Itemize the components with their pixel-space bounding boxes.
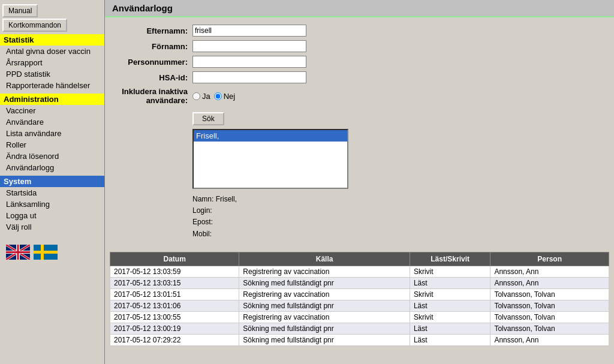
cell-kalla: Sökning med fullständigt pnr [239,300,410,311]
sidebar: Manual Kortkommandon Statistik Antal giv… [0,0,105,364]
nej-text: Nej [224,92,236,101]
sidebar-item-user-log[interactable]: Användarlogg [0,162,104,173]
col-person: Person [490,252,609,266]
cell-last-skrivit: Skrivit [410,288,490,300]
cell-kalla: Registrering av vaccination [239,311,410,323]
cell-person: Annsson, Ann [490,277,609,288]
sidebar-item-reported-events[interactable]: Rapporterade händelser [0,80,104,91]
sidebar-item-ppd[interactable]: PPD statistik [0,68,104,80]
sidebar-item-annual-report[interactable]: Årsrapport [0,57,104,68]
results-list[interactable]: Frisell, [192,129,348,189]
user-login-line: Login: [192,205,604,216]
last-name-input[interactable] [192,25,306,37]
user-info: Namn: Frisell, Login: Epost: Mobil: [192,194,604,240]
cell-person: Tolvansson, Tolvan [490,311,609,323]
personal-number-row: Personnummer: [115,56,604,68]
user-mobile-label: Mobil: [192,230,212,238]
ja-text: Ja [202,92,210,101]
personal-number-label: Personnummer: [115,58,192,67]
hsa-id-row: HSA-id: [115,71,604,83]
table-row: 2017-05-12 13:00:55 Registrering av vacc… [110,311,609,323]
table-row: 2017-05-12 13:00:19 Sökning med fullstän… [110,323,609,334]
cell-kalla: Registrering av vaccination [239,288,410,300]
cell-person: Tolvansson, Tolvan [490,300,609,311]
svg-rect-10 [34,251,58,254]
svg-rect-8 [17,245,19,260]
form-area: Efternamn: Förnamn: Personnummer: HSA-id… [105,17,614,247]
administration-section-label: Administration [0,94,104,105]
cell-person: Annsson, Ann [490,266,609,277]
table-row: 2017-05-12 07:29:22 Sökning med fullstän… [110,334,609,345]
main-content: Användarlogg Efternamn: Förnamn: Personn… [105,0,614,364]
cell-kalla: Registrering av vaccination [239,266,410,277]
personal-number-input[interactable] [192,56,306,68]
hsa-id-input[interactable] [192,71,306,83]
nej-radio[interactable] [214,92,222,100]
flag-uk[interactable] [6,245,30,261]
first-name-label: Förnamn: [115,42,192,51]
cell-datum: 2017-05-12 13:00:55 [110,311,239,323]
cell-person: Tolvansson, Tolvan [490,323,609,334]
user-name-label: Namn: [192,195,213,203]
inactive-radio-group: Ja Nej [192,92,235,101]
cell-datum: 2017-05-12 13:03:59 [110,266,239,277]
user-email-label: Epost: [192,218,213,226]
col-datum: Datum [110,252,239,266]
last-name-label: Efternamn: [115,26,192,35]
cell-kalla: Sökning med fullständigt pnr [239,334,410,345]
hsa-id-label: HSA-id: [115,73,192,82]
cell-datum: 2017-05-12 13:00:19 [110,323,239,334]
svg-rect-11 [41,245,44,260]
cell-last-skrivit: Skrivit [410,311,490,323]
sidebar-item-users[interactable]: Användare [0,116,104,128]
shortcuts-button[interactable]: Kortkommandon [2,19,67,32]
first-name-input[interactable] [192,40,306,52]
flag-sweden[interactable] [34,245,58,261]
ja-radio[interactable] [192,92,200,100]
cell-kalla: Sökning med fullständigt pnr [239,323,410,334]
sidebar-item-choose-role[interactable]: Välj roll [0,221,104,233]
user-name-line: Namn: Frisell, [192,194,604,205]
page-title: Användarlogg [112,3,607,13]
col-kalla: Källa [239,252,410,266]
sidebar-item-change-password[interactable]: Ändra lösenord [0,151,104,162]
search-button[interactable]: Sök [192,112,224,125]
user-email-line: Epost: [192,216,604,228]
sidebar-item-logout[interactable]: Logga ut [0,210,104,221]
table-row: 2017-05-12 13:01:51 Registrering av vacc… [110,288,609,300]
cell-datum: 2017-05-12 07:29:22 [110,334,239,345]
user-login-label: Login: [192,206,212,215]
col-last-skrivit: Läst/Skrivit [410,252,490,266]
cell-datum: 2017-05-12 13:03:15 [110,277,239,288]
inactive-row: Inkludera inaktiva användare: Ja Nej [115,87,604,105]
cell-datum: 2017-05-12 13:01:06 [110,300,239,311]
cell-person: Annsson, Ann [490,334,609,345]
table-row: 2017-05-12 13:03:15 Sökning med fullstän… [110,277,609,288]
sidebar-item-vaccines[interactable]: Vacciner [0,105,104,116]
sidebar-item-roles[interactable]: Roller [0,139,104,151]
first-name-row: Förnamn: [115,40,604,52]
statistik-section-label: Statistik [0,34,104,46]
system-section-label: System [0,176,104,187]
sidebar-item-list-users[interactable]: Lista användare [0,128,104,139]
table-row: 2017-05-12 13:01:06 Sökning med fullstän… [110,300,609,311]
log-table: Datum Källa Läst/Skrivit Person 2017-05-… [110,252,609,346]
cell-last-skrivit: Läst [410,300,490,311]
cell-kalla: Sökning med fullständigt pnr [239,277,410,288]
sidebar-item-start[interactable]: Startsida [0,187,104,198]
page-header: Användarlogg [105,0,614,17]
last-name-row: Efternamn: [115,25,604,37]
nej-radio-label[interactable]: Nej [214,92,236,101]
cell-last-skrivit: Läst [410,323,490,334]
sidebar-item-doses[interactable]: Antal givna doser vaccin [0,46,104,57]
cell-datum: 2017-05-12 13:01:51 [110,288,239,300]
sidebar-item-links[interactable]: Länksamling [0,198,104,210]
result-item-0[interactable]: Frisell, [194,130,347,142]
manual-button[interactable]: Manual [2,4,38,17]
cell-last-skrivit: Läst [410,277,490,288]
ja-radio-label[interactable]: Ja [192,92,210,101]
cell-last-skrivit: Läst [410,334,490,345]
cell-person: Tolvansson, Tolvan [490,288,609,300]
user-mobile-line: Mobil: [192,228,604,240]
table-header-row: Datum Källa Läst/Skrivit Person [110,252,609,266]
